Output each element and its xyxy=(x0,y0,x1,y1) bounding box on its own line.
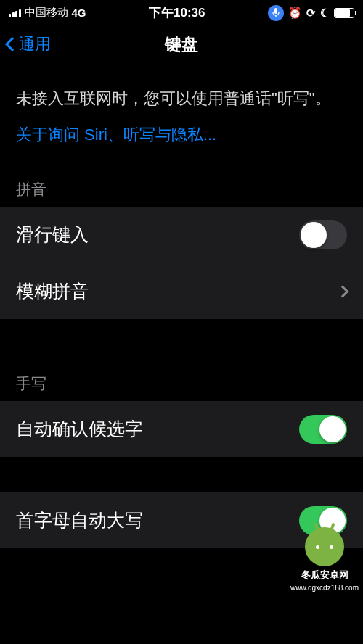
status-bar: 中国移动 4G 下午10:36 ⏰ ⟳ ☾ xyxy=(0,0,363,24)
auto-confirm-label: 自动确认候选字 xyxy=(16,417,143,441)
alarm-icon: ⏰ xyxy=(288,7,302,20)
svg-rect-0 xyxy=(274,8,277,14)
siri-privacy-link[interactable]: 关于询问 Siri、听写与隐私... xyxy=(16,123,347,147)
watermark-name: 冬瓜安卓网 xyxy=(301,569,348,582)
row-swipe-typing: 滑行键入 xyxy=(0,207,363,263)
carrier-label: 中国移动 xyxy=(25,6,68,20)
clock: 下午10:36 xyxy=(149,4,205,21)
mic-icon xyxy=(268,5,284,21)
fuzzy-pinyin-label: 模糊拼音 xyxy=(16,279,89,303)
info-block: 未接入互联网时，您可以使用普通话"听写"。 关于询问 Siri、听写与隐私... xyxy=(0,86,363,160)
network-label: 4G xyxy=(72,7,86,19)
watermark: 冬瓜安卓网 www.dgxcdz168.com xyxy=(290,527,359,592)
back-label: 通用 xyxy=(19,33,51,55)
sync-icon: ⟳ xyxy=(306,7,316,20)
watermark-logo-icon xyxy=(305,527,344,566)
toggle-knob xyxy=(319,416,346,442)
chevron-right-icon xyxy=(337,285,349,297)
section-header-handwriting: 手写 xyxy=(0,355,363,401)
watermark-url: www.dgxcdz168.com xyxy=(290,584,359,592)
signal-icon xyxy=(9,8,21,17)
toggle-knob xyxy=(301,222,327,248)
status-left: 中国移动 4G xyxy=(9,6,86,20)
info-text: 未接入互联网时，您可以使用普通话"听写"。 xyxy=(16,86,347,111)
row-fuzzy-pinyin[interactable]: 模糊拼音 xyxy=(0,263,363,320)
section-header-pinyin: 拼音 xyxy=(0,160,363,207)
status-right: ⏰ ⟳ ☾ xyxy=(268,5,354,21)
nav-header: 通用 键盘 xyxy=(0,24,363,65)
swipe-typing-label: 滑行键入 xyxy=(16,223,89,247)
dnd-icon: ☾ xyxy=(320,7,330,20)
auto-caps-label: 首字母自动大写 xyxy=(16,508,143,532)
swipe-typing-toggle[interactable] xyxy=(299,220,347,249)
auto-confirm-toggle[interactable] xyxy=(299,415,347,444)
content: 未接入互联网时，您可以使用普通话"听写"。 关于询问 Siri、听写与隐私...… xyxy=(0,65,363,549)
row-auto-confirm: 自动确认候选字 xyxy=(0,401,363,458)
page-title: 键盘 xyxy=(165,33,198,56)
back-button[interactable]: 通用 xyxy=(7,33,51,55)
battery-icon xyxy=(334,8,354,18)
chevron-left-icon xyxy=(5,37,20,51)
